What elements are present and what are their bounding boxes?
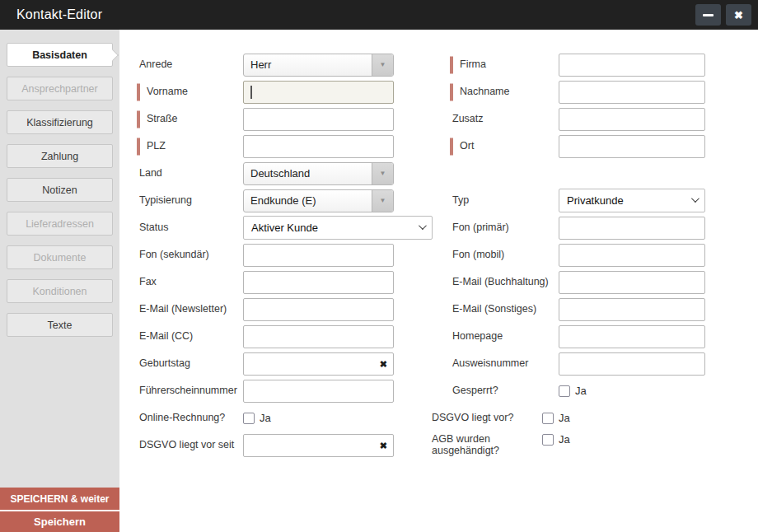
field-label: Anrede	[136, 58, 243, 70]
chevron-down-icon	[419, 222, 427, 230]
basisdaten-form: Anrede Herr ▼ Vorname	[136, 51, 758, 464]
form-row: Status Aktiver Kunde	[136, 214, 449, 241]
save-and-next-button[interactable]: SPEICHERN & weiter	[0, 488, 119, 510]
anrede-select[interactable]: Herr ▼	[243, 54, 394, 77]
nachname-input[interactable]	[559, 81, 705, 104]
form-row: E-Mail (Newsletter)	[136, 296, 449, 323]
save-button[interactable]: Speichern	[0, 510, 119, 532]
vorname-input[interactable]	[243, 81, 394, 104]
ort-input[interactable]	[559, 135, 705, 158]
select-value: Deutschland	[244, 163, 372, 184]
zusatz-input[interactable]	[559, 108, 705, 131]
form-row: Führerscheinnummer	[136, 377, 449, 404]
fon-sekundaer-input[interactable]	[243, 244, 394, 267]
dropdown-button[interactable]: ▼	[372, 190, 393, 212]
field-label: Vorname	[136, 86, 243, 97]
agb-checkbox[interactable]	[542, 434, 554, 446]
chevron-down-icon: ▼	[380, 62, 386, 68]
field-label: Status	[136, 222, 243, 233]
form-row: Online-Rechnung? Ja	[136, 404, 449, 432]
field-label: Online-Rechnung?	[136, 412, 243, 423]
select-value: Endkunde (E)	[244, 190, 372, 212]
typisierung-select[interactable]: Endkunde (E) ▼	[243, 189, 394, 212]
form-row: Fon (mobil)	[449, 241, 758, 268]
form-row: Ort	[449, 133, 758, 160]
form-row: E-Mail (Sonstiges)	[449, 296, 758, 323]
field-label: Fon (mobil)	[449, 249, 559, 260]
land-select[interactable]: Deutschland ▼	[243, 162, 394, 185]
chevron-down-icon	[691, 194, 700, 203]
form-row: Typ Privatkunde	[449, 187, 758, 214]
email-buchhaltung-input[interactable]	[559, 271, 705, 294]
field-label: Fon (primär)	[449, 222, 559, 233]
form-row: Anrede Herr ▼	[136, 51, 449, 78]
form-row: E-Mail (Buchhaltung)	[449, 268, 758, 296]
geburtstag-input[interactable]	[243, 352, 394, 376]
clear-icon[interactable]: ✖	[380, 441, 387, 450]
app-body: Basisdaten Ansprechpartner Klassifizieru…	[0, 30, 758, 532]
form-row: Fon (sekundär)	[136, 241, 449, 268]
clear-icon[interactable]: ✖	[380, 359, 387, 368]
form-row: Nachname	[449, 78, 758, 105]
ausweisnummer-input[interactable]	[559, 352, 705, 376]
sidebar-tab-klassifizierung[interactable]: Klassifizierung	[7, 110, 113, 134]
online-rechnung-checkbox[interactable]	[243, 413, 255, 424]
checkbox-label: Ja	[559, 433, 570, 446]
field-label: Straße	[136, 113, 243, 124]
firma-input[interactable]	[559, 54, 705, 77]
form-row: Ausweisnummer	[449, 350, 758, 377]
field-label: DSGVO liegt vor seit	[136, 439, 243, 450]
sidebar-tabs: Basisdaten Ansprechpartner Klassifizieru…	[0, 30, 119, 337]
field-label: DSGVO liegt vor?	[428, 412, 538, 423]
email-newsletter-input[interactable]	[243, 298, 394, 321]
gesperrt-checkbox[interactable]	[559, 385, 570, 397]
sidebar-tab-zahlung[interactable]: Zahlung	[7, 144, 113, 168]
email-cc-input[interactable]	[243, 325, 394, 348]
email-sonstiges-input[interactable]	[559, 298, 705, 321]
field-label: Gesperrt?	[449, 385, 559, 396]
kontakt-editor-window: Kontakt-Editor ✖ Basisdaten Ansprechpart…	[0, 0, 758, 532]
fon-primaer-input[interactable]	[559, 217, 705, 240]
select-value: Aktiver Kunde	[251, 222, 318, 234]
form-row: DSGVO liegt vor seit ✖	[136, 432, 449, 459]
select-value: Herr	[244, 54, 372, 76]
dsgvo-seit-input[interactable]	[243, 434, 394, 457]
form-row: Homepage	[449, 323, 758, 350]
fon-mobil-input[interactable]	[559, 244, 705, 267]
dropdown-button[interactable]: ▼	[372, 54, 393, 76]
minimize-button[interactable]	[695, 4, 721, 26]
plz-input[interactable]	[243, 135, 394, 158]
dsgvo-liegt-vor-checkbox[interactable]	[542, 413, 554, 424]
form-row: Land Deutschland ▼	[136, 160, 449, 187]
titlebar: Kontakt-Editor ✖	[0, 0, 758, 30]
form-row: PLZ	[136, 133, 449, 160]
field-label: Typisierung	[136, 194, 243, 206]
fax-input[interactable]	[243, 271, 394, 294]
field-label: E-Mail (Buchhaltung)	[449, 276, 559, 287]
form-row: E-Mail (CC)	[136, 323, 449, 350]
sidebar-tab-basisdaten[interactable]: Basisdaten	[7, 43, 113, 67]
sidebar: Basisdaten Ansprechpartner Klassifizieru…	[0, 30, 119, 532]
sidebar-tab-texte[interactable]: Texte	[7, 313, 113, 337]
form-row: Geburtstag ✖	[136, 350, 449, 377]
minimize-icon	[703, 14, 714, 16]
fuehrerscheinnummer-input[interactable]	[243, 380, 394, 403]
field-label: E-Mail (Sonstiges)	[449, 303, 559, 315]
field-label: Geburtstag	[136, 357, 243, 369]
sidebar-tab-notizen[interactable]: Notizen	[7, 178, 113, 202]
strasse-input[interactable]	[243, 108, 394, 131]
field-label: Land	[136, 167, 243, 179]
close-button[interactable]: ✖	[726, 4, 751, 26]
homepage-input[interactable]	[559, 325, 705, 348]
typ-select[interactable]: Privatkunde	[559, 189, 705, 212]
field-label: Fax	[136, 276, 243, 287]
status-select[interactable]: Aktiver Kunde	[243, 216, 433, 240]
form-row: Typisierung Endkunde (E) ▼	[136, 187, 449, 214]
field-label: Fon (sekundär)	[136, 249, 243, 260]
field-label: Firma	[449, 58, 559, 70]
dropdown-button[interactable]: ▼	[372, 163, 393, 184]
form-row: Firma	[449, 51, 758, 78]
form-row: Straße	[136, 105, 449, 133]
save-area: SPEICHERN & weiter Speichern	[0, 488, 119, 532]
checkbox-label: Ja	[260, 412, 271, 424]
